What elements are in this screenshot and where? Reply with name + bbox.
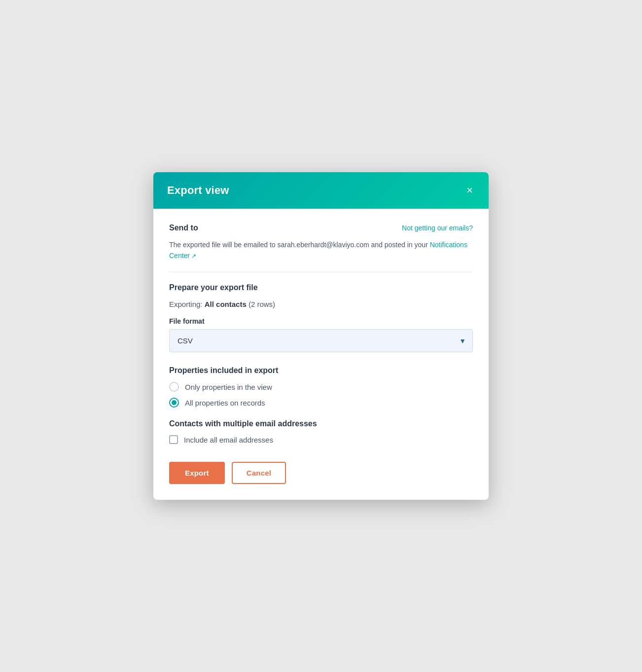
send-to-label: Send to xyxy=(169,224,198,232)
radio-label-all-props: All properties on records xyxy=(185,399,265,407)
radio-all-props[interactable] xyxy=(169,398,179,408)
modal-body: Send to Not getting our emails? The expo… xyxy=(153,209,489,500)
export-button[interactable]: Export xyxy=(169,462,225,484)
file-format-select[interactable]: CSV XLS XLSX xyxy=(169,329,473,352)
checkbox-include-all-emails[interactable]: Include all email addresses xyxy=(169,435,473,444)
properties-section: Properties included in export Only prope… xyxy=(169,366,473,408)
properties-title: Properties included in export xyxy=(169,366,473,375)
file-format-label: File format xyxy=(169,317,473,325)
modal-overlay: Export view × Send to Not getting our em… xyxy=(0,0,642,672)
divider xyxy=(169,272,473,272)
checkbox-label: Include all email addresses xyxy=(184,436,273,444)
checkbox-input[interactable] xyxy=(169,435,178,444)
exporting-suffix: (2 rows) xyxy=(247,300,275,308)
email-info-text: The exported file will be emailed to sar… xyxy=(169,239,473,261)
external-link-icon: ↗ xyxy=(191,252,196,261)
modal-title: Export view xyxy=(167,184,229,197)
cancel-button[interactable]: Cancel xyxy=(232,462,286,484)
radio-option-all-props[interactable]: All properties on records xyxy=(169,398,473,408)
exporting-prefix: Exporting: xyxy=(169,300,205,308)
prepare-export-section: Prepare your export file Exporting: All … xyxy=(169,283,473,352)
modal-header: Export view × xyxy=(153,172,489,209)
email-info-middle: and posted in your xyxy=(369,241,430,249)
radio-dot xyxy=(172,400,177,405)
exporting-row: Exporting: All contacts (2 rows) xyxy=(169,300,473,308)
file-format-wrapper: CSV XLS XLSX ▼ xyxy=(169,329,473,352)
not-getting-emails-link[interactable]: Not getting our emails? xyxy=(402,224,473,232)
radio-label-view-only: Only properties in the view xyxy=(185,383,272,391)
radio-view-only[interactable] xyxy=(169,382,179,392)
multiple-emails-section: Contacts with multiple email addresses I… xyxy=(169,419,473,444)
prepare-export-title: Prepare your export file xyxy=(169,283,473,292)
email-address: sarah.eberhardt@klaviyo.com xyxy=(277,241,369,249)
multiple-emails-title: Contacts with multiple email addresses xyxy=(169,419,473,428)
send-to-header: Send to Not getting our emails? xyxy=(169,224,473,232)
email-info-prefix: The exported file will be emailed to xyxy=(169,241,277,249)
send-to-section: Send to Not getting our emails? The expo… xyxy=(169,224,473,261)
radio-option-view-only[interactable]: Only properties in the view xyxy=(169,382,473,392)
modal-footer: Export Cancel xyxy=(169,460,473,484)
exporting-bold: All contacts xyxy=(205,300,247,308)
close-button[interactable]: × xyxy=(464,183,475,198)
export-modal: Export view × Send to Not getting our em… xyxy=(153,172,489,500)
